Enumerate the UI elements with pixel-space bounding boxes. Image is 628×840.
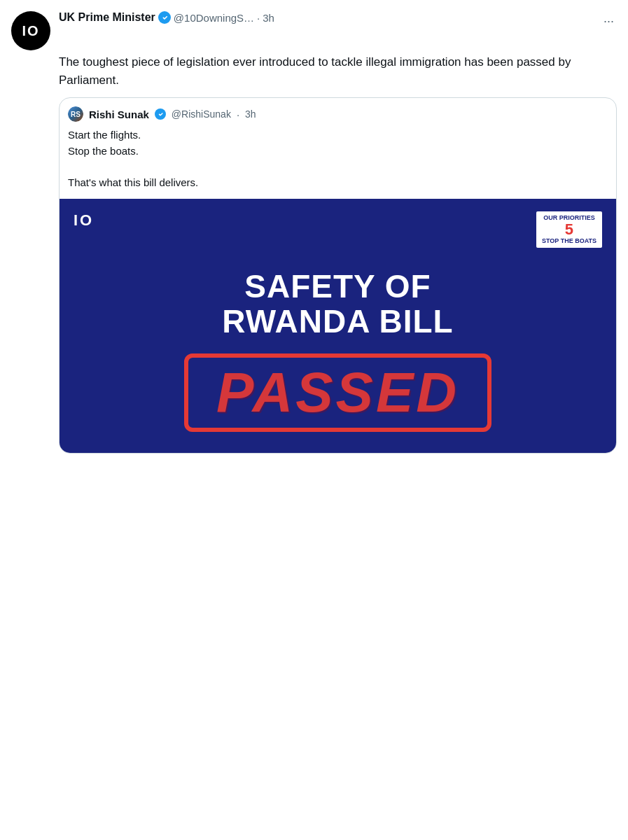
quote-display-name: Rishi Sunak <box>89 108 149 120</box>
verified-icon <box>158 11 171 24</box>
tweet-meta: UK Prime Minister @10DowningS… · 3h <box>59 11 592 24</box>
tweet-card: IO UK Prime Minister @10DowningS… · 3h ·… <box>0 0 628 462</box>
bill-title: SAFETY OF RWANDA BILL <box>222 269 453 340</box>
quote-text: Start the flights. Stop the boats. That'… <box>60 125 616 199</box>
quote-header: RS Rishi Sunak @RishiSunak · 3h <box>60 98 616 125</box>
quote-timestamp: 3h <box>245 108 256 120</box>
quote-separator: · <box>237 108 239 120</box>
more-options-button[interactable]: ··· <box>601 11 617 31</box>
display-name: UK Prime Minister <box>59 11 155 24</box>
quote-image: IO OUR PRIORITIES 5 STOP THE BOATS SAFET… <box>60 199 616 453</box>
separator: · <box>257 12 260 24</box>
svg-point-1 <box>155 108 166 120</box>
tweet-body: The toughest piece of legislation ever i… <box>59 53 617 454</box>
quote-tweet[interactable]: RS Rishi Sunak @RishiSunak · 3h Start th… <box>59 97 617 454</box>
quote-avatar: RS <box>68 106 83 122</box>
tweet-text: The toughest piece of legislation ever i… <box>59 53 617 89</box>
timestamp: 3h <box>263 12 274 24</box>
image-main-content: SAFETY OF RWANDA BILL PASSED <box>74 269 602 432</box>
quote-avatar-image: RS <box>68 106 83 122</box>
bill-title-line2: RWANDA BILL <box>222 303 453 340</box>
username: @10DowningS… <box>174 12 254 24</box>
tweet-header: IO UK Prime Minister @10DowningS… · 3h ·… <box>11 11 617 50</box>
avatar[interactable]: IO <box>11 11 50 50</box>
bill-title-line1: SAFETY OF <box>244 268 431 304</box>
image-top-row: IO OUR PRIORITIES 5 STOP THE BOATS <box>74 211 602 248</box>
priority-number: 5 <box>565 222 573 237</box>
tweet-name-row: UK Prime Minister @10DowningS… · 3h <box>59 11 592 24</box>
quote-verified-icon <box>155 108 166 120</box>
quote-username: @RishiSunak <box>172 108 231 120</box>
passed-text: PASSED <box>216 361 459 424</box>
priority-badge: OUR PRIORITIES 5 STOP THE BOATS <box>536 211 602 248</box>
image-logo: IO <box>74 211 94 230</box>
svg-point-0 <box>158 11 171 24</box>
passed-stamp: PASSED <box>184 354 491 432</box>
priority-label-bottom: STOP THE BOATS <box>542 237 596 245</box>
